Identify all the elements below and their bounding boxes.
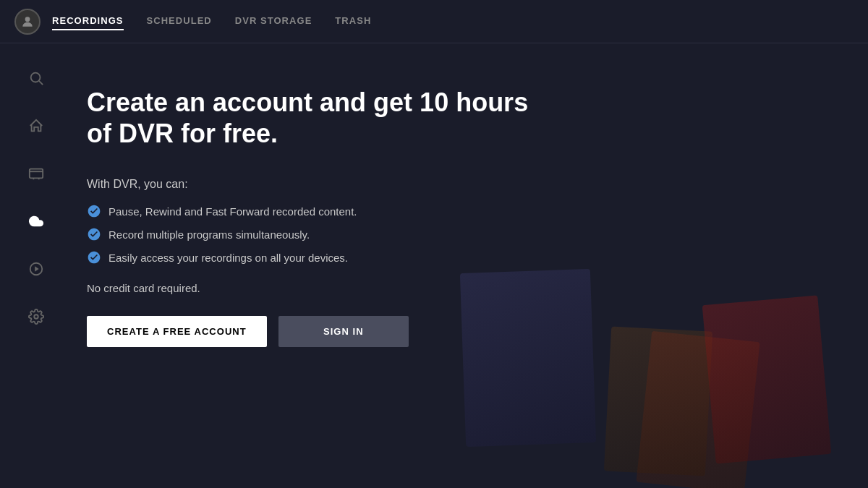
feature-text-3: Easily access your recordings on all you… xyxy=(109,252,348,264)
user-icon xyxy=(20,14,35,29)
search-icon xyxy=(28,70,44,86)
settings-icon xyxy=(28,309,44,325)
play-circle-icon xyxy=(28,261,44,277)
bg-card-4 xyxy=(702,295,832,463)
check-circle-icon-2 xyxy=(87,227,101,241)
svg-point-0 xyxy=(25,17,30,22)
feature-item-1: Pause, Rewind and Fast Forward recorded … xyxy=(87,204,550,218)
action-buttons: CREATE A FREE ACCOUNT SIGN IN xyxy=(87,316,550,347)
svg-point-1 xyxy=(31,73,41,82)
cloud-icon xyxy=(28,213,44,229)
feature-list: Pause, Rewind and Fast Forward recorded … xyxy=(87,204,550,265)
sidebar xyxy=(0,43,72,488)
tab-recordings[interactable]: RECORDINGS xyxy=(52,12,124,30)
home-icon xyxy=(28,118,44,134)
sign-in-button[interactable]: SIGN IN xyxy=(278,316,409,347)
feature-item-3: Easily access your recordings on all you… xyxy=(87,250,550,265)
user-avatar[interactable] xyxy=(14,9,41,35)
check-circle-icon-3 xyxy=(87,250,101,265)
guide-icon xyxy=(28,166,44,181)
tab-dvr-storage[interactable]: DVR STORAGE xyxy=(235,12,312,30)
sidebar-item-dvr[interactable] xyxy=(23,208,49,234)
sidebar-item-home[interactable] xyxy=(23,113,49,139)
no-credit-card-text: No credit card required. xyxy=(87,282,550,294)
check-circle-icon-1 xyxy=(87,204,101,218)
svg-marker-8 xyxy=(35,266,39,271)
sidebar-item-settings[interactable] xyxy=(23,304,49,330)
nav-tab-list: RECORDINGS SCHEDULED DVR STORAGE TRASH xyxy=(52,12,371,30)
sidebar-item-on-demand[interactable] xyxy=(23,256,49,282)
feature-text-1: Pause, Rewind and Fast Forward recorded … xyxy=(109,205,357,218)
create-account-button[interactable]: CREATE A FREE ACCOUNT xyxy=(87,316,267,347)
svg-line-2 xyxy=(39,81,43,85)
sidebar-item-guide[interactable] xyxy=(23,160,49,187)
svg-point-9 xyxy=(34,314,38,319)
tab-trash[interactable]: TRASH xyxy=(335,12,371,30)
feature-text-2: Record multiple programs simultaneously. xyxy=(109,228,310,241)
page-title: Create an account and get 10 hours of DV… xyxy=(87,87,550,149)
top-navigation: RECORDINGS SCHEDULED DVR STORAGE TRASH xyxy=(0,0,868,43)
dvr-intro-text: With DVR, you can: xyxy=(87,178,550,191)
feature-item-2: Record multiple programs simultaneously. xyxy=(87,227,550,241)
tab-scheduled[interactable]: SCHEDULED xyxy=(147,12,212,30)
sidebar-item-search[interactable] xyxy=(23,65,49,91)
svg-rect-3 xyxy=(30,169,43,179)
main-content: Create an account and get 10 hours of DV… xyxy=(72,43,579,376)
